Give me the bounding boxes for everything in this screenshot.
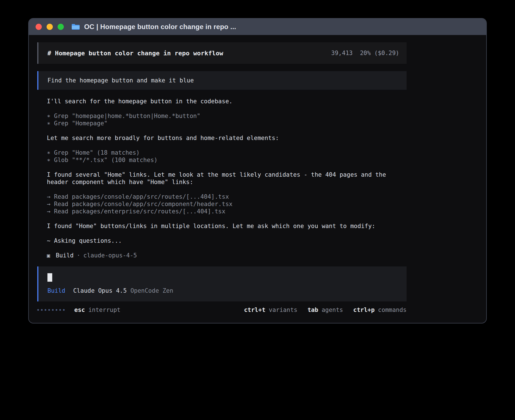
assistant-paragraph: I found "Home" buttons/links in multiple… bbox=[47, 222, 394, 230]
input-agent-label[interactable]: Build bbox=[47, 287, 65, 294]
window-title: OC | Homepage button color change in rep… bbox=[84, 23, 236, 31]
session-header: # Homepage button color change in repo w… bbox=[37, 42, 407, 64]
user-message-text: Find the homepage button and make it blu… bbox=[47, 77, 194, 84]
hint-commands: ctrl+p commands bbox=[353, 307, 407, 313]
input-provider-label: OpenCode Zen bbox=[130, 287, 173, 294]
hint-label: commands bbox=[378, 307, 407, 313]
assistant-paragraph: Let me search more broadly for buttons a… bbox=[47, 134, 394, 142]
context-usage: 20% ($0.29) bbox=[360, 50, 399, 56]
esc-label: interrupt bbox=[88, 307, 121, 313]
user-message: Find the homepage button and make it blu… bbox=[37, 71, 407, 90]
assistant-paragraph: I'll search for the homepage button in t… bbox=[47, 98, 394, 105]
token-count: 39,413 bbox=[331, 50, 353, 56]
tool-call-read: → Read packages/enterprise/src/routes/[.… bbox=[47, 208, 394, 215]
terminal-window: OC | Homepage button color change in rep… bbox=[28, 18, 487, 323]
hint-key: tab bbox=[307, 307, 318, 313]
status-bar: esc interrupt ctrl+t variants tab agents… bbox=[37, 306, 407, 314]
hint-label: agents bbox=[322, 307, 343, 313]
prompt-input[interactable]: Build Claude Opus 4.5 OpenCode Zen bbox=[37, 266, 407, 301]
hint-label: variants bbox=[269, 307, 297, 313]
hint-agents: tab agents bbox=[307, 307, 343, 313]
agent-square-icon: ▣ bbox=[47, 252, 50, 259]
assistant-transcript: I'll search for the homepage button in t… bbox=[37, 98, 407, 259]
tool-call-grep: ∗ Grep "Homepage" bbox=[47, 120, 394, 127]
tool-call-group: ∗ Grep "Home" (18 matches) ∗ Glob "**/*.… bbox=[47, 149, 394, 164]
tool-call-read: → Read packages/console/app/src/componen… bbox=[47, 200, 394, 208]
tool-call-read: → Read packages/console/app/src/routes/[… bbox=[47, 193, 394, 200]
zoom-button[interactable] bbox=[58, 24, 64, 30]
input-model-label[interactable]: Claude Opus 4.5 bbox=[73, 287, 127, 294]
window-titlebar[interactable]: OC | Homepage button color change in rep… bbox=[29, 19, 486, 35]
minimize-button[interactable] bbox=[47, 24, 53, 30]
assistant-status-text: ~ Asking questions... bbox=[47, 237, 394, 244]
traffic-lights bbox=[36, 24, 64, 30]
agent-name: Build bbox=[56, 252, 73, 259]
session-title: # Homepage button color change in repo w… bbox=[47, 50, 223, 57]
tool-call-group: → Read packages/console/app/src/routes/[… bbox=[47, 193, 394, 215]
text-cursor bbox=[47, 273, 52, 282]
hint-variants: ctrl+t variants bbox=[244, 307, 297, 313]
agent-status: ▣ Build · claude-opus-4-5 bbox=[47, 252, 394, 259]
esc-key: esc bbox=[74, 307, 85, 313]
agent-separator: · bbox=[77, 252, 80, 259]
tool-call-grep: ∗ Grep "homepage|home.*button|Home.*butt… bbox=[47, 112, 394, 120]
tool-call-glob: ∗ Glob "**/*.tsx" (100 matches) bbox=[47, 156, 394, 164]
close-button[interactable] bbox=[36, 24, 42, 30]
folder-icon bbox=[71, 23, 80, 30]
assistant-paragraph: I found several "Home" links. Let me loo… bbox=[47, 171, 394, 186]
agent-model: claude-opus-4-5 bbox=[83, 252, 137, 259]
tool-call-grep: ∗ Grep "Home" (18 matches) bbox=[47, 149, 394, 156]
spinner-dots bbox=[37, 309, 65, 311]
input-meta: Build Claude Opus 4.5 OpenCode Zen bbox=[47, 287, 399, 294]
hint-key: ctrl+p bbox=[353, 307, 375, 313]
hint-key: ctrl+t bbox=[244, 307, 265, 313]
tool-call-group: ∗ Grep "homepage|home.*button|Home.*butt… bbox=[47, 112, 394, 127]
